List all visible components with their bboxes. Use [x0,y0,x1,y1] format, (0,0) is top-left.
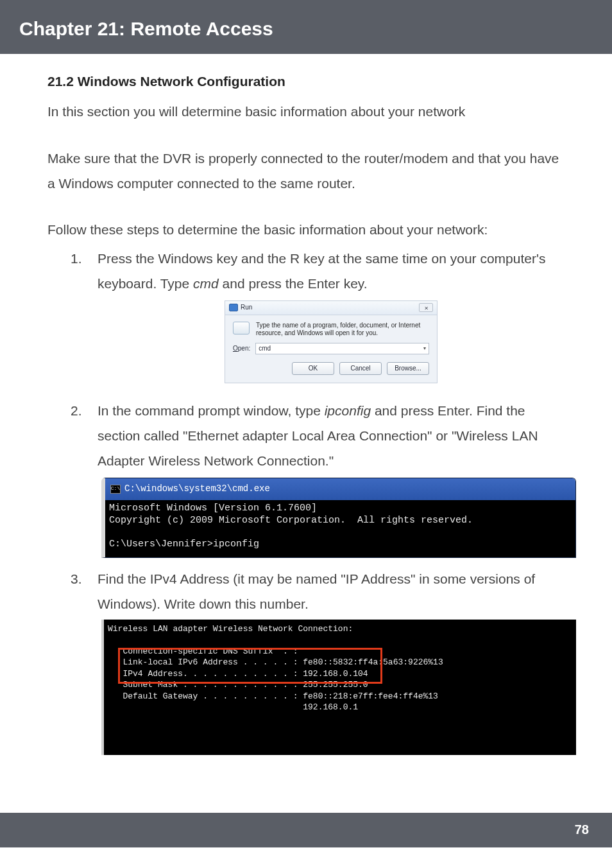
steps-list: 1. Press the Windows key and the R key a… [71,247,565,755]
step-3: 3. Find the IPv4 Address (it may be name… [71,567,565,755]
cmd-window-body: Microsoft Windows [Version 6.1.7600] Cop… [105,500,575,557]
step-number: 3. [71,567,98,617]
cmd-window-title: C:\windows\system32\cmd.exe [124,481,270,498]
run-input-value: cmd [259,343,271,355]
run-dialog: Run ⨉ Type the name of a program, folder… [225,300,438,384]
step-text: and press the Enter key. [219,276,368,291]
step-2: 2. In the command prompt window, type ip… [71,399,565,557]
step-body: Find the IPv4 Address (it may be named "… [98,567,565,617]
section-title: 21.2 Windows Network Configuration [47,69,565,94]
step-body: Press the Windows key and the R key at t… [98,247,565,390]
cmd-prompt: C:\Users\Jennifer>ipconfig [109,539,259,550]
run-dialog-description: Type the name of a program, folder, docu… [256,322,429,338]
step-body: In the command prompt window, type ipcon… [98,399,565,474]
ensure-paragraph: Make sure that the DVR is properly conne… [47,146,565,196]
cmd-line: Copyright (c) 2009 Microsoft Corporation… [109,515,473,526]
step-number: 1. [71,247,98,390]
run-open-input[interactable]: cmd ▾ [255,343,429,354]
step-1: 1. Press the Windows key and the R key a… [71,247,565,390]
close-icon[interactable]: ⨉ [419,303,433,312]
ipv4-highlight-box [118,648,382,684]
chevron-down-icon[interactable]: ▾ [423,344,426,354]
cmd-window-titlebar: C:\ C:\windows\system32\cmd.exe [105,478,575,500]
ipcfg-line: Default Gateway . . . . . . . . . : fe80… [108,691,438,701]
run-program-icon [233,322,250,334]
cancel-button[interactable]: Cancel [339,362,382,375]
ipconfig-output: Wireless LAN adapter Wireless Network Co… [101,620,576,755]
ok-button[interactable]: OK [292,362,334,375]
run-dialog-title: Run [241,302,252,314]
ipcfg-line: 192.168.0.1 [108,702,358,712]
step-number: 2. [71,399,98,474]
ipcfg-header: Wireless LAN adapter Wireless Network Co… [108,624,353,634]
page-content: 21.2 Windows Network Configuration In th… [0,54,612,755]
run-dialog-titlebar: Run ⨉ [225,301,437,315]
cmd-window: C:\ C:\windows\system32\cmd.exe Microsof… [101,478,576,558]
run-icon [229,304,238,311]
chapter-title: Chapter 21: Remote Access [19,18,593,40]
chapter-header: Chapter 21: Remote Access [0,0,612,54]
inline-command: ipconfig [325,403,371,418]
run-open-label: Open: [233,343,250,355]
step-text: In the command prompt window, type [98,403,325,418]
browse-button[interactable]: Browse... [387,362,429,375]
inline-command: cmd [193,276,219,291]
follow-paragraph: Follow these steps to determine the basi… [47,218,565,243]
intro-paragraph: In this section you will determine basic… [47,100,565,125]
page-footer: 78 [0,813,612,847]
page-number: 78 [575,822,589,837]
cmd-line: Microsoft Windows [Version 6.1.7600] [109,503,317,514]
cmd-icon: C:\ [110,485,121,494]
